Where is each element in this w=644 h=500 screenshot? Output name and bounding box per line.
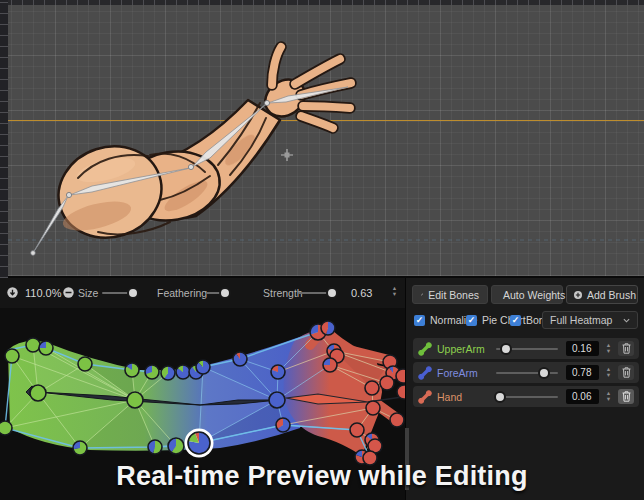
- bone-name: ForeArm: [437, 367, 491, 379]
- plus-circle-icon: [573, 290, 583, 300]
- delete-bone-button[interactable]: [618, 389, 634, 404]
- delete-bone-button[interactable]: [618, 341, 634, 356]
- bone-icon: [418, 390, 432, 404]
- auto-weights-label: Auto Weights: [503, 289, 565, 301]
- strength-slider-knob[interactable]: [326, 287, 338, 299]
- bone-weight-stepper[interactable]: ▲▼: [604, 391, 613, 402]
- edit-bones-button[interactable]: Edit Bones: [412, 285, 488, 304]
- zoom-level[interactable]: 110.0%: [25, 287, 62, 299]
- bone-weight-knob[interactable]: [494, 391, 506, 403]
- heatmap-mode-dropdown[interactable]: Full Heatmap: [542, 311, 638, 329]
- strength-slider[interactable]: [298, 292, 334, 294]
- strength-label: Strength: [263, 287, 303, 299]
- size-slider-knob[interactable]: [127, 287, 139, 299]
- bone-weight-row-forearm: ForeArm 0.78 ▲▼: [413, 362, 639, 383]
- heatmap-mode-value: Full Heatmap: [550, 314, 612, 326]
- trash-icon: [622, 343, 631, 354]
- zoom-menu-icon[interactable]: [6, 286, 19, 299]
- scene-viewport[interactable]: [0, 0, 644, 278]
- strength-stepper[interactable]: ▲ ▼: [390, 286, 399, 297]
- feathering-slider[interactable]: [206, 292, 230, 294]
- size-slider[interactable]: [102, 292, 138, 294]
- bone-icon: [418, 366, 432, 380]
- bone-weight-slider[interactable]: [496, 348, 558, 350]
- checkbox-icon[interactable]: ✓: [466, 315, 477, 326]
- checkbox-icon[interactable]: ✓: [414, 315, 425, 326]
- bone-weight-knob[interactable]: [538, 367, 550, 379]
- strength-value[interactable]: 0.63: [351, 287, 372, 299]
- edit-bones-label: Edit Bones: [428, 289, 479, 301]
- add-brush-dropdown[interactable]: Add Brush: [566, 285, 638, 304]
- bone-name: Hand: [437, 391, 491, 403]
- ruler-horizontal: [0, 0, 644, 5]
- arm-artwork: [0, 0, 644, 276]
- crosshair-marker: [281, 149, 293, 161]
- auto-weights-button[interactable]: Auto Weights: [491, 285, 563, 304]
- trash-icon: [622, 391, 631, 402]
- bone-weight-value[interactable]: 0.16: [566, 341, 599, 356]
- feathering-slider-knob[interactable]: [219, 287, 231, 299]
- checkbox-icon[interactable]: ✓: [510, 315, 521, 326]
- trash-icon: [622, 367, 631, 378]
- feathering-label: Feathering: [157, 287, 207, 299]
- bone-weight-value[interactable]: 0.06: [566, 389, 599, 404]
- brush-toolbar: 110.0% Size Feathering Strength 0.63 ▲ ▼: [0, 278, 405, 308]
- stepper-down-icon[interactable]: ▼: [392, 292, 397, 297]
- bone-weight-slider[interactable]: [496, 396, 558, 398]
- bone-weight-row-hand: Hand 0.06 ▲▼: [413, 386, 639, 407]
- bone-weight-knob[interactable]: [500, 343, 512, 355]
- bone-weight-stepper[interactable]: ▲▼: [604, 367, 613, 378]
- size-label: Size: [78, 287, 98, 299]
- bone-weight-value[interactable]: 0.78: [566, 365, 599, 380]
- chevron-down-icon: [623, 317, 630, 324]
- delete-bone-button[interactable]: [618, 365, 634, 380]
- bone-icon: [418, 342, 432, 356]
- add-brush-label: Add Brush: [587, 289, 636, 301]
- ruler-vertical: [0, 0, 8, 278]
- bone-weight-stepper[interactable]: ▲▼: [604, 343, 613, 354]
- app-window: 110.0% Size Feathering Strength 0.63 ▲ ▼…: [0, 0, 644, 500]
- caption-text: Real-time Preview while Editing: [0, 461, 644, 492]
- edit-bones-icon: [421, 289, 423, 300]
- minus-circle-icon[interactable]: [62, 286, 75, 299]
- bone-weight-row-upperarm: UpperArm 0.16 ▲▼: [413, 338, 639, 359]
- bone-name: UpperArm: [437, 343, 491, 355]
- bone-weight-slider[interactable]: [496, 372, 558, 374]
